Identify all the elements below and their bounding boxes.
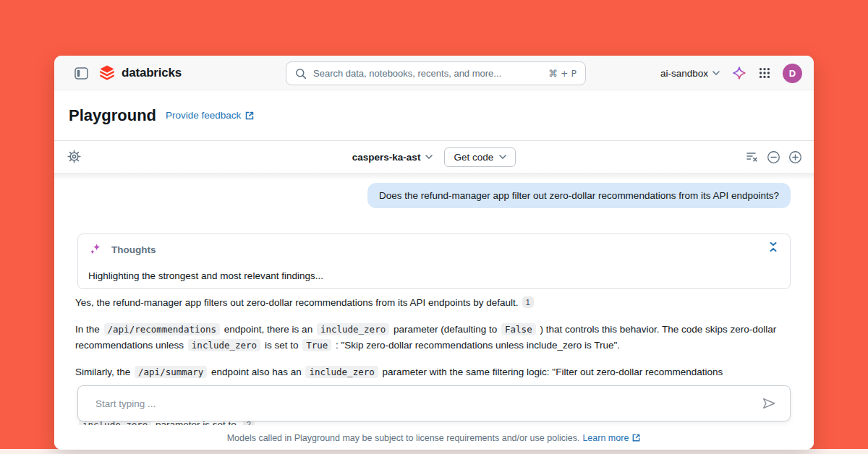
clear-list-icon xyxy=(746,151,759,163)
playground-toolbar: caspers-ka-ast Get code xyxy=(54,141,814,173)
brand-wordmark: databricks xyxy=(122,66,182,80)
inline-code: False xyxy=(501,323,536,335)
thoughts-text: Highlighting the strongest and most rele… xyxy=(88,270,323,281)
panel-left-icon xyxy=(75,67,88,80)
external-link-icon xyxy=(631,433,641,442)
grid-icon xyxy=(759,67,770,79)
search-shortcut-hint: ⌘ + P xyxy=(549,68,576,79)
apps-grid-button[interactable] xyxy=(759,67,770,79)
message-composer xyxy=(77,385,791,421)
minus-circle-icon xyxy=(767,150,780,164)
paragraph-text: Yes, the refund-manager app filters out … xyxy=(75,297,519,308)
disclaimer-text: Models called in Playground may be subje… xyxy=(227,433,580,443)
inline-code: include_zero xyxy=(305,366,378,378)
clear-chat-button[interactable] xyxy=(746,151,759,163)
workspace-name: ai-sandbox xyxy=(660,68,708,79)
paragraph-text: endpoint, there is an xyxy=(221,324,315,335)
user-message-bubble: Does the refund-manager app filter out z… xyxy=(367,183,791,208)
provide-feedback-link[interactable]: Provide feedback xyxy=(166,110,255,121)
license-disclaimer: Models called in Playground may be subje… xyxy=(54,426,814,450)
inline-code: /api/summary xyxy=(135,366,207,378)
plus-circle-icon xyxy=(788,150,802,164)
paragraph-text: In the xyxy=(75,324,103,335)
external-link-icon xyxy=(244,111,255,121)
inline-code: include_zero xyxy=(188,339,260,351)
endpoint-selector-dropdown[interactable]: caspers-ka-ast xyxy=(352,152,433,163)
user-avatar[interactable]: D xyxy=(783,64,802,83)
chevron-down-icon xyxy=(425,155,433,159)
send-icon xyxy=(761,395,777,411)
inline-code: include_zero xyxy=(317,323,389,335)
thoughts-panel: Thoughts Highlighting the strongest and … xyxy=(77,234,791,289)
databricks-logo-icon xyxy=(98,64,116,82)
feedback-link-label: Provide feedback xyxy=(166,110,241,121)
search-placeholder: Search data, notebooks, recents, and mor… xyxy=(313,68,542,79)
global-search-input[interactable]: Search data, notebooks, recents, and mor… xyxy=(286,61,586,85)
inline-code: True xyxy=(302,339,331,351)
workspace-switcher[interactable]: ai-sandbox xyxy=(660,68,720,79)
databricks-logo[interactable]: databricks xyxy=(98,64,182,82)
assistant-paragraph: In the /api/recommendations endpoint, th… xyxy=(75,322,791,354)
topbar: databricks Search data, notebooks, recen… xyxy=(54,56,814,90)
assistant-button[interactable] xyxy=(732,66,746,80)
chevron-down-icon xyxy=(712,71,720,75)
paragraph-text: endpoint also has an xyxy=(208,367,304,377)
remove-model-button[interactable] xyxy=(767,150,780,164)
page-title: Playground xyxy=(69,106,156,125)
paragraph-text: parameter with the same filtering logic:… xyxy=(380,367,723,377)
inline-code: /api/recommendations xyxy=(104,323,221,335)
thoughts-sparkle-icon xyxy=(88,242,103,257)
sidebar-toggle-button[interactable] xyxy=(75,67,88,80)
paragraph-text: parameter (defaulting to xyxy=(391,324,500,335)
collapse-icon xyxy=(768,241,778,253)
page-header: Playground Provide feedback xyxy=(54,90,814,141)
get-code-button[interactable]: Get code xyxy=(444,147,516,167)
assistant-paragraph: Yes, the refund-manager app filters out … xyxy=(75,295,791,311)
citation-badge[interactable]: 1 xyxy=(522,296,534,308)
learn-more-label: Learn more xyxy=(582,433,629,443)
toolbar-scroll-shadow xyxy=(54,173,814,180)
thoughts-label: Thoughts xyxy=(111,244,156,255)
endpoint-name: caspers-ka-ast xyxy=(352,152,421,163)
search-icon xyxy=(295,68,307,80)
databricks-window: databricks Search data, notebooks, recen… xyxy=(54,56,814,450)
assistant-paragraph: Similarly, the /api/summary endpoint als… xyxy=(75,364,791,380)
paragraph-text: : "Skip zero-dollar recommendations unle… xyxy=(333,340,620,351)
get-code-label: Get code xyxy=(454,152,493,163)
paragraph-text: Similarly, the xyxy=(75,367,133,377)
assistant-sparkle-icon xyxy=(732,66,746,80)
paragraph-text: is set to xyxy=(262,340,301,351)
chat-input[interactable] xyxy=(95,398,761,409)
thoughts-collapse-button[interactable] xyxy=(768,241,778,253)
chevron-down-icon xyxy=(499,155,506,159)
send-button[interactable] xyxy=(761,395,777,411)
background-strip xyxy=(0,449,868,454)
learn-more-link[interactable]: Learn more xyxy=(582,433,641,443)
add-model-button[interactable] xyxy=(788,150,802,164)
